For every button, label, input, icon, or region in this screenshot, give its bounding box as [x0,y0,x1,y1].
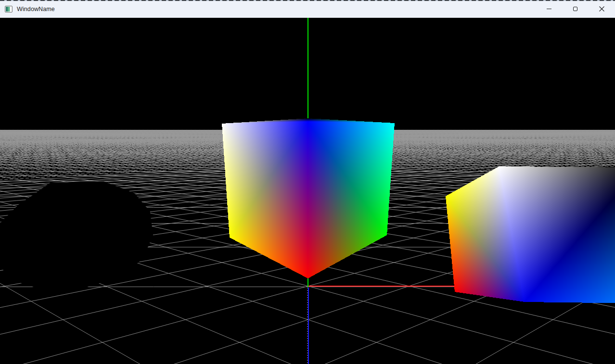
cubes-canvas [0,18,615,364]
title-bar[interactable]: WindowName [0,0,615,18]
app-icon [5,6,13,13]
minimize-icon [547,9,551,9]
3d-viewport[interactable] [0,18,615,364]
window-controls [536,0,615,18]
close-button[interactable] [589,0,615,18]
minimize-button[interactable] [536,0,562,18]
window-title: WindowName [17,6,55,13]
app-window: WindowName [0,0,615,364]
maximize-icon [573,7,577,11]
maximize-button[interactable] [562,0,589,18]
close-icon [599,6,604,12]
